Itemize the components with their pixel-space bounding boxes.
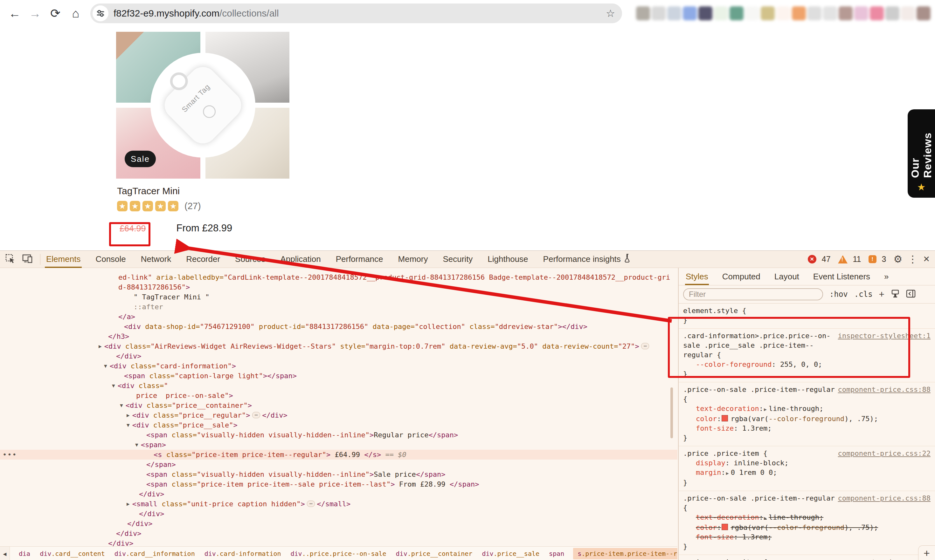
dom-tree-node[interactable]: <div data-shop-id="75467129100" product-…	[0, 322, 677, 331]
error-badge-icon[interactable]: ✕	[808, 255, 816, 263]
tab-performance[interactable]: Performance	[336, 254, 383, 264]
dom-tree-node[interactable]: ▼<div class="card-information">	[0, 361, 677, 371]
extension-icon[interactable]	[667, 6, 681, 20]
disclosure-arrow-icon[interactable]: ▶	[99, 343, 102, 349]
styles-filter-input[interactable]	[683, 288, 823, 300]
tab-sources[interactable]: Sources	[235, 254, 265, 264]
css-property[interactable]: --color-foreground: 255, 0, 0;	[683, 360, 930, 369]
back-icon[interactable]: ←	[5, 7, 25, 20]
devtools-settings-icon[interactable]: ⚙	[893, 253, 902, 265]
elements-scrollbar[interactable]	[670, 388, 673, 438]
dom-tree-node[interactable]: ▼<div class="price__sale">	[0, 420, 677, 430]
stylesheet-source-link[interactable]: inspector-stylesheet:1	[838, 331, 930, 341]
product-rating[interactable]: ★★★★★ (27)	[117, 201, 201, 211]
tab-recorder[interactable]: Recorder	[186, 254, 220, 264]
site-settings-icon[interactable]	[93, 5, 108, 21]
breadcrumb-item[interactable]: div.card__information	[114, 548, 196, 559]
expand-ellipsis-button[interactable]: ⋯	[641, 343, 650, 349]
dom-tree-node[interactable]: <span class="caption-large light"></span…	[0, 371, 677, 381]
dom-tree-node[interactable]: </span>	[0, 460, 677, 469]
css-property[interactable]: font-size: 1.3rem;	[683, 532, 930, 542]
extension-icon[interactable]	[792, 6, 806, 20]
forward-icon[interactable]: →	[25, 7, 45, 20]
address-bar[interactable]: f82f32-e9.myshopify.com/collections/all …	[90, 3, 622, 23]
breadcrumb-scroll-left-icon[interactable]: ◀	[0, 547, 10, 560]
expand-arrow-icon[interactable]: ▶	[763, 515, 769, 521]
styles-tab-»[interactable]: »	[884, 272, 889, 282]
dom-tree-node[interactable]: ▶<div class="price__regular">⋯</div>	[0, 410, 677, 420]
dom-tree-node[interactable]: ▼<div class="price__container">	[0, 400, 677, 410]
dom-tree-node[interactable]: price price--on-sale">	[0, 391, 677, 400]
stylesheet-source-link[interactable]: component-price.css:22	[838, 557, 930, 560]
issues-badge-icon[interactable]: !	[869, 255, 876, 263]
dom-tree-node[interactable]: ▼<span>	[0, 440, 677, 450]
extension-icon[interactable]	[683, 6, 697, 20]
dom-tree-node[interactable]: </div>	[0, 509, 677, 519]
devtools-close-icon[interactable]: ✕	[923, 254, 930, 264]
device-toolbar-icon[interactable]	[22, 254, 33, 265]
breadcrumb-item[interactable]: div.card__content	[39, 548, 106, 559]
extension-icon[interactable]	[698, 6, 712, 20]
dom-tree-node[interactable]: " TagTracer Mini "	[0, 292, 677, 302]
toggle-hover-button[interactable]: :hov	[829, 290, 848, 299]
stylesheet-source-link[interactable]: component-price.css:22	[838, 449, 930, 458]
styles-tab-styles[interactable]: Styles	[686, 272, 708, 282]
home-icon[interactable]: ⌂	[65, 7, 86, 20]
extension-icon[interactable]	[776, 6, 790, 20]
color-swatch[interactable]	[722, 524, 728, 530]
toggle-sidebar-icon[interactable]	[906, 289, 916, 299]
css-property[interactable]: text-decoration:▶line-through;	[683, 513, 930, 523]
expand-ellipsis-button[interactable]: ⋯	[307, 501, 315, 507]
disclosure-arrow-icon[interactable]: ▼	[104, 363, 107, 369]
tab-performance-insights[interactable]: Performance insights	[543, 254, 631, 265]
disclosure-arrow-icon[interactable]: ▼	[120, 402, 123, 408]
css-property[interactable]: margin:▶0 1rem 0 0;	[683, 468, 930, 478]
dom-tree-node[interactable]: <span class="visually-hidden visually-hi…	[0, 430, 677, 440]
dom-tree-node[interactable]: </a>	[0, 312, 677, 322]
dom-tree-node[interactable]: ▼<div class="	[0, 381, 677, 391]
color-swatch[interactable]	[722, 415, 728, 422]
tab-security[interactable]: Security	[443, 254, 472, 264]
disclosure-arrow-icon[interactable]: ▼	[127, 422, 130, 428]
dom-tree-node[interactable]: d-8841317286156">	[0, 282, 677, 292]
extension-icon[interactable]	[886, 6, 900, 20]
css-property[interactable]: text-decoration:▶line-through;	[683, 404, 930, 414]
disclosure-arrow-icon[interactable]: ▼	[135, 442, 138, 448]
dom-tree-node[interactable]: </div>	[0, 351, 677, 361]
disclosure-arrow-icon[interactable]: ▼	[112, 383, 115, 389]
extension-icon[interactable]	[652, 6, 666, 20]
styles-tab-layout[interactable]: Layout	[775, 272, 799, 282]
extension-icon[interactable]	[730, 6, 744, 20]
extension-icon[interactable]	[823, 6, 837, 20]
rendering-emulation-icon[interactable]	[891, 289, 900, 299]
dom-tree-node[interactable]: ▶<small class="unit-price caption hidden…	[0, 499, 677, 509]
dom-tree-node[interactable]: </h3>	[0, 331, 677, 342]
breadcrumb-item[interactable]: dia	[18, 548, 31, 559]
breadcrumb-item[interactable]: div..price.price--on-sale	[290, 548, 387, 559]
breadcrumb-item[interactable]: div.price__container	[395, 548, 473, 559]
tab-memory[interactable]: Memory	[398, 254, 428, 264]
tab-network[interactable]: Network	[141, 254, 171, 264]
breadcrumb-item[interactable]: div.price__sale	[481, 548, 540, 559]
breadcrumb-item[interactable]: s.price-item.price-item--regular	[573, 548, 677, 559]
css-property[interactable]: font-size: 1.3rem;	[683, 424, 930, 433]
expand-arrow-icon[interactable]: ▶	[763, 406, 769, 412]
extension-icon[interactable]	[916, 6, 930, 20]
warning-badge-icon[interactable]	[838, 255, 847, 263]
new-style-rule-icon[interactable]: +	[879, 289, 885, 299]
dom-tree-node[interactable]: <span class="visually-hidden visually-hi…	[0, 469, 677, 479]
tab-application[interactable]: Application	[280, 254, 321, 264]
disclosure-arrow-icon[interactable]: ▶	[127, 412, 130, 418]
stylesheet-source-link[interactable]: component-price.css:88	[838, 385, 930, 394]
tab-elements[interactable]: Elements	[46, 254, 80, 264]
css-property[interactable]: display: inline-block;	[683, 458, 930, 468]
our-reviews-tab[interactable]: Our Reviews ★	[908, 109, 935, 198]
extension-icon[interactable]	[807, 6, 821, 20]
devtools-more-icon[interactable]: ⋮	[908, 253, 918, 265]
product-title[interactable]: TagTracer Mini	[117, 186, 180, 196]
breadcrumb-item[interactable]: span	[548, 548, 565, 559]
inspect-element-icon[interactable]	[5, 254, 15, 265]
dom-tree-node[interactable]: </div>	[0, 529, 677, 538]
styles-tab-computed[interactable]: Computed	[722, 272, 761, 282]
selected-dom-node[interactable]: •••<s class="price-item price-item--regu…	[0, 450, 677, 460]
